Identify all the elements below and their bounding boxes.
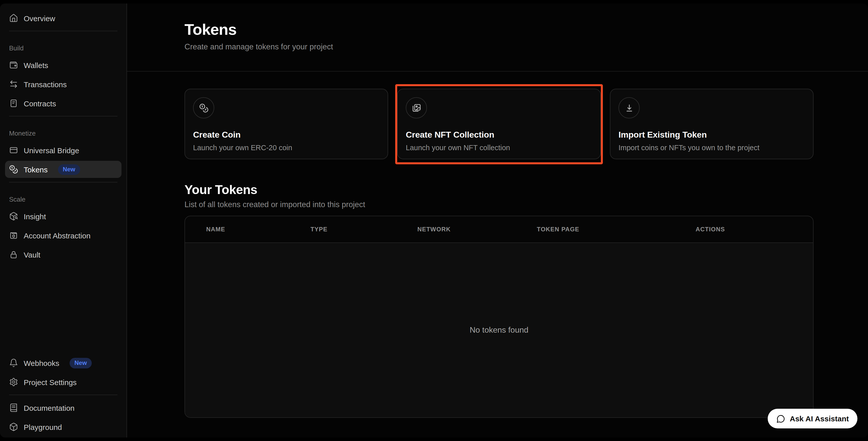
card-description: Launch your own ERC-20 coin xyxy=(193,144,379,152)
card-title: Create Coin xyxy=(193,130,379,140)
create-nft-collection-card[interactable]: Create NFT Collection Launch your own NF… xyxy=(397,89,601,159)
sidebar-item-label: Tokens xyxy=(24,165,48,174)
sidebar-item-tokens[interactable]: Tokens New xyxy=(5,161,122,178)
column-header-network: NETWORK xyxy=(417,226,537,233)
sidebar-item-label: Account Abstraction xyxy=(24,231,91,240)
import-existing-token-card[interactable]: Import Existing Token Import coins or NF… xyxy=(610,89,813,159)
page-content: Create Coin Launch your own ERC-20 coin … xyxy=(127,71,868,418)
page-subtitle: Create and manage tokens for your projec… xyxy=(185,42,813,52)
arrows-swap-icon xyxy=(9,80,18,89)
divider xyxy=(9,31,118,31)
home-icon xyxy=(9,13,18,23)
sidebar-item-label: Overview xyxy=(24,14,55,23)
sidebar-item-label: Project Settings xyxy=(24,378,76,386)
section-label-monetize: Monetize xyxy=(5,129,122,137)
column-header-actions: ACTIONS xyxy=(695,226,813,233)
sidebar-item-label: Transactions xyxy=(24,80,67,89)
section-subtitle: List of all tokens created or imported i… xyxy=(185,199,813,210)
package-search-icon xyxy=(9,212,18,221)
sidebar-item-label: Wallets xyxy=(24,61,48,69)
sidebar-item-transactions[interactable]: Transactions xyxy=(5,75,122,93)
highlight-ring xyxy=(395,84,603,164)
sidebar-item-label: Webhooks xyxy=(24,358,59,367)
gear-icon xyxy=(9,378,18,386)
ask-ai-assistant-button[interactable]: Ask AI Assistant xyxy=(768,409,858,429)
tokens-table-header: NAME TYPE NETWORK TOKEN PAGE ACTIONS xyxy=(185,216,813,243)
sidebar-spacer xyxy=(5,263,122,354)
download-icon xyxy=(619,97,640,119)
sidebar-item-overview[interactable]: Overview xyxy=(5,9,122,27)
tokens-table-body: No tokens found xyxy=(185,243,813,417)
card-title: Import Existing Token xyxy=(619,130,805,140)
sidebar-item-label: Vault xyxy=(24,250,40,259)
tokens-table: NAME TYPE NETWORK TOKEN PAGE ACTIONS No … xyxy=(185,216,813,418)
action-cards-row: Create Coin Launch your own ERC-20 coin … xyxy=(185,89,813,159)
section-label-scale: Scale xyxy=(5,195,122,203)
bridge-card-icon xyxy=(9,146,18,155)
sidebar-item-documentation[interactable]: Documentation xyxy=(5,399,122,416)
screen: Overview Build Wallets Transactions xyxy=(0,0,868,441)
sidebar: Overview Build Wallets Transactions xyxy=(0,3,127,438)
sidebar-item-insight[interactable]: Insight xyxy=(5,208,122,225)
account-shield-icon xyxy=(9,231,18,240)
card-description: Import coins or NFTs you own to the proj… xyxy=(619,144,805,152)
sidebar-item-wallets[interactable]: Wallets xyxy=(5,57,122,73)
your-tokens-header: Your Tokens List of all tokens created o… xyxy=(185,183,813,210)
column-header-token-page: TOKEN PAGE xyxy=(537,226,695,233)
divider xyxy=(9,182,118,183)
book-icon xyxy=(9,403,18,412)
sidebar-item-webhooks[interactable]: Webhooks New xyxy=(5,354,122,372)
sidebar-item-playground[interactable]: Playground xyxy=(5,418,122,436)
new-badge: New xyxy=(58,164,80,175)
sidebar-item-project-settings[interactable]: Project Settings xyxy=(5,374,122,390)
app-window: Overview Build Wallets Transactions xyxy=(0,3,868,438)
main-content: Tokens Create and manage tokens for your… xyxy=(127,3,868,438)
sidebar-item-universal-bridge[interactable]: Universal Bridge xyxy=(5,141,122,159)
section-label-build: Build xyxy=(5,44,122,52)
wallet-icon xyxy=(9,61,18,69)
ask-ai-assistant-label: Ask AI Assistant xyxy=(789,414,849,423)
section-title: Your Tokens xyxy=(185,183,813,196)
page-header: Tokens Create and manage tokens for your… xyxy=(127,3,868,71)
cube-icon xyxy=(9,422,18,432)
page-title: Tokens xyxy=(185,21,813,39)
lock-icon xyxy=(9,250,18,259)
new-badge: New xyxy=(69,357,92,368)
sidebar-item-label: Insight xyxy=(24,212,46,220)
sidebar-item-label: Contracts xyxy=(24,99,56,107)
bell-icon xyxy=(9,358,18,368)
column-header-type: TYPE xyxy=(310,226,417,233)
divider xyxy=(9,116,118,117)
images-icon xyxy=(406,97,427,119)
card-description: Launch your own NFT collection xyxy=(406,144,592,152)
sidebar-item-label: Playground xyxy=(24,422,62,431)
card-title: Create NFT Collection xyxy=(406,130,592,140)
create-coin-card[interactable]: Create Coin Launch your own ERC-20 coin xyxy=(185,89,388,159)
column-header-name: NAME xyxy=(206,226,310,233)
empty-state-text: No tokens found xyxy=(469,325,528,335)
sidebar-item-account-abstraction[interactable]: Account Abstraction xyxy=(5,227,122,244)
coins-icon xyxy=(193,97,214,119)
sidebar-item-contracts[interactable]: Contracts xyxy=(5,95,122,112)
chat-bubble-icon xyxy=(776,414,785,423)
contract-doc-icon xyxy=(9,99,18,108)
sidebar-item-label: Documentation xyxy=(24,404,74,412)
sidebar-item-vault[interactable]: Vault xyxy=(5,246,122,263)
divider xyxy=(9,395,118,395)
coins-icon xyxy=(9,165,18,174)
sidebar-item-label: Universal Bridge xyxy=(24,146,79,155)
